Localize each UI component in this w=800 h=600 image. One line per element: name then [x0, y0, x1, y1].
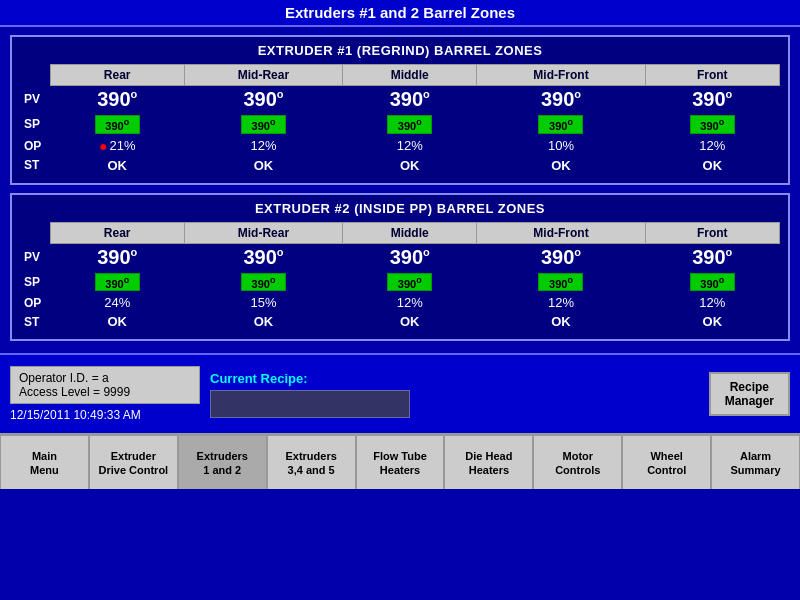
nav-alarm-summary[interactable]: AlarmSummary [711, 435, 800, 489]
col-front-2: Front [645, 222, 779, 243]
red-dot-1: ● [99, 138, 107, 154]
nav-extruder-drive-control[interactable]: ExtruderDrive Control [89, 435, 178, 489]
main-content: EXTRUDER #1 (REGRIND) BARREL ZONES Rear … [0, 27, 800, 353]
sp-front-2[interactable]: 390o [645, 271, 779, 294]
sp-midrear-2[interactable]: 390o [184, 271, 342, 294]
extruder2-sp-row: SP 390o 390o 390o 390o 390o [20, 271, 780, 294]
sp-midfront-1[interactable]: 390o [477, 113, 645, 136]
page-title: Extruders #1 and 2 Barrel Zones [0, 0, 800, 27]
operator-id: Operator I.D. = a [19, 371, 191, 385]
st-middle-1: OK [343, 156, 477, 175]
extruder2-title: EXTRUDER #2 (INSIDE PP) BARREL ZONES [20, 201, 780, 216]
extruder2-panel: EXTRUDER #2 (INSIDE PP) BARREL ZONES Rea… [10, 193, 790, 342]
extruder2-op-row: OP 24% 15% 12% 12% 12% [20, 293, 780, 312]
pv-front-2: 390o [645, 243, 779, 271]
nav-extruders-3-4-5[interactable]: Extruders3,4 and 5 [267, 435, 356, 489]
operator-info: Operator I.D. = a Access Level = 9999 [10, 366, 200, 404]
sp-middle-1[interactable]: 390o [343, 113, 477, 136]
op-middle-2: 12% [343, 293, 477, 312]
nav-bar: MainMenu ExtruderDrive Control Extruders… [0, 433, 800, 489]
col-empty [20, 65, 50, 86]
nav-flow-tube-heaters[interactable]: Flow TubeHeaters [356, 435, 445, 489]
extruder1-sp-row: SP 390o 390o 390o 390o 390o [20, 113, 780, 136]
st-rear-2: OK [50, 312, 184, 331]
op-rear-1: ●21% [50, 136, 184, 156]
extruder1-table: Rear Mid-Rear Middle Mid-Front Front PV … [20, 64, 780, 175]
col-rear-1: Rear [50, 65, 184, 86]
recipe-label: Current Recipe: [210, 371, 689, 386]
col-middle-1: Middle [343, 65, 477, 86]
extruder2-header-row: Rear Mid-Rear Middle Mid-Front Front [20, 222, 780, 243]
op-front-2: 12% [645, 293, 779, 312]
pv-middle-1: 390o [343, 86, 477, 114]
col-midrear-2: Mid-Rear [184, 222, 342, 243]
op-midrear-1: 12% [184, 136, 342, 156]
op-label-1: OP [20, 136, 50, 156]
pv-midfront-2: 390o [477, 243, 645, 271]
op-midfront-2: 12% [477, 293, 645, 312]
extruder1-header-row: Rear Mid-Rear Middle Mid-Front Front [20, 65, 780, 86]
sp-rear-2[interactable]: 390o [50, 271, 184, 294]
op-front-1: 12% [645, 136, 779, 156]
st-rear-1: OK [50, 156, 184, 175]
nav-motor-controls[interactable]: MotorControls [533, 435, 622, 489]
pv-label-1: PV [20, 86, 50, 114]
nav-wheel-control[interactable]: WheelControl [622, 435, 711, 489]
extruder2-table: Rear Mid-Rear Middle Mid-Front Front PV … [20, 222, 780, 332]
col-midfront-2: Mid-Front [477, 222, 645, 243]
sp-label-1: SP [20, 113, 50, 136]
extruder2-st-row: ST OK OK OK OK OK [20, 312, 780, 331]
col-rear-2: Rear [50, 222, 184, 243]
extruder1-st-row: ST OK OK OK OK OK [20, 156, 780, 175]
access-level: Access Level = 9999 [19, 385, 191, 399]
recipe-section: Current Recipe: [210, 371, 689, 418]
extruder1-panel: EXTRUDER #1 (REGRIND) BARREL ZONES Rear … [10, 35, 790, 185]
sp-rear-1[interactable]: 390o [50, 113, 184, 136]
st-label-2: ST [20, 312, 50, 331]
pv-label-2: PV [20, 243, 50, 271]
nav-die-head-heaters[interactable]: Die HeadHeaters [444, 435, 533, 489]
sp-midfront-2[interactable]: 390o [477, 271, 645, 294]
pv-rear-1: 390o [50, 86, 184, 114]
st-midrear-2: OK [184, 312, 342, 331]
st-front-1: OK [645, 156, 779, 175]
col-empty-2 [20, 222, 50, 243]
st-label-1: ST [20, 156, 50, 175]
sp-midrear-1[interactable]: 390o [184, 113, 342, 136]
pv-middle-2: 390o [343, 243, 477, 271]
status-bar: Operator I.D. = a Access Level = 9999 12… [0, 353, 800, 433]
pv-midrear-1: 390o [184, 86, 342, 114]
col-front-1: Front [645, 65, 779, 86]
sp-middle-2[interactable]: 390o [343, 271, 477, 294]
pv-front-1: 390o [645, 86, 779, 114]
extruder1-pv-row: PV 390o 390o 390o 390o 390o [20, 86, 780, 114]
recipe-input[interactable] [210, 390, 410, 418]
extruder1-title: EXTRUDER #1 (REGRIND) BARREL ZONES [20, 43, 780, 58]
op-midrear-2: 15% [184, 293, 342, 312]
col-midfront-1: Mid-Front [477, 65, 645, 86]
st-midfront-2: OK [477, 312, 645, 331]
st-front-2: OK [645, 312, 779, 331]
datetime: 12/15/2011 10:49:33 AM [10, 408, 200, 422]
col-middle-2: Middle [343, 222, 477, 243]
extruder1-op-row: OP ●21% 12% 12% 10% 12% [20, 136, 780, 156]
op-rear-2: 24% [50, 293, 184, 312]
sp-label-2: SP [20, 271, 50, 294]
pv-midfront-1: 390o [477, 86, 645, 114]
extruder2-pv-row: PV 390o 390o 390o 390o 390o [20, 243, 780, 271]
nav-main-menu[interactable]: MainMenu [0, 435, 89, 489]
op-midfront-1: 10% [477, 136, 645, 156]
nav-extruders-1-2[interactable]: Extruders1 and 2 [178, 435, 267, 489]
st-middle-2: OK [343, 312, 477, 331]
pv-rear-2: 390o [50, 243, 184, 271]
st-midfront-1: OK [477, 156, 645, 175]
col-midrear-1: Mid-Rear [184, 65, 342, 86]
pv-midrear-2: 390o [184, 243, 342, 271]
recipe-manager-button[interactable]: RecipeManager [709, 372, 790, 416]
op-middle-1: 12% [343, 136, 477, 156]
sp-front-1[interactable]: 390o [645, 113, 779, 136]
op-label-2: OP [20, 293, 50, 312]
st-midrear-1: OK [184, 156, 342, 175]
